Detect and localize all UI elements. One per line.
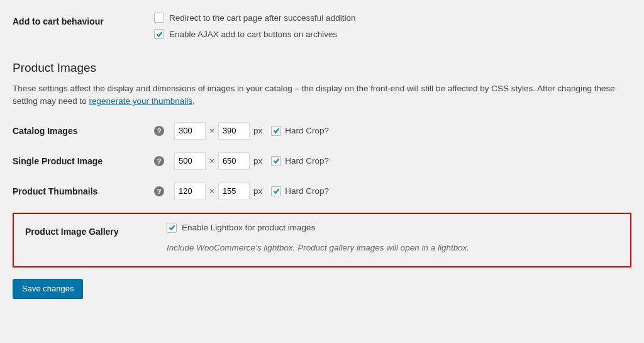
gallery-desc: Include WooCommerce's lightbox. Product … xyxy=(167,243,626,252)
redirect-option: Redirect to the cart page after successf… xyxy=(154,13,631,23)
ajax-option: Enable AJAX add to cart buttons on archi… xyxy=(154,29,631,39)
gallery-enable-option: Enable Lightbox for product images xyxy=(167,223,626,233)
gallery-row: Product Image Gallery Enable Lightbox fo… xyxy=(14,223,626,252)
product-images-desc: These settings affect the display and di… xyxy=(13,82,631,108)
times-icon: × xyxy=(209,126,214,135)
settings-form: Add to cart behaviour Redirect to the ca… xyxy=(13,13,631,298)
add-to-cart-fields: Redirect to the cart page after successf… xyxy=(154,13,631,45)
times-icon: × xyxy=(209,156,214,166)
gallery-highlight-box: Product Image Gallery Enable Lightbox fo… xyxy=(13,213,631,267)
help-icon[interactable]: ? xyxy=(154,186,164,196)
catalog-images-fields: ? × px Hard Crop? xyxy=(154,122,631,140)
single-product-label: Single Product Image xyxy=(13,152,154,166)
thumbs-crop-label: Hard Crop? xyxy=(285,186,329,196)
px-label: px xyxy=(253,186,262,196)
thumbnails-fields: ? × px Hard Crop? xyxy=(154,183,631,200)
save-button[interactable]: Save changes xyxy=(13,279,83,298)
single-height-input[interactable] xyxy=(218,152,250,170)
gallery-fields: Enable Lightbox for product images Inclu… xyxy=(167,223,626,252)
product-images-title: Product Images xyxy=(13,61,631,75)
add-to-cart-row: Add to cart behaviour Redirect to the ca… xyxy=(13,13,631,45)
catalog-crop-checkbox[interactable] xyxy=(271,126,281,136)
gallery-enable-text: Enable Lightbox for product images xyxy=(182,223,315,232)
thumbs-crop-checkbox[interactable] xyxy=(271,186,281,196)
help-icon[interactable]: ? xyxy=(154,156,164,166)
ajax-checkbox[interactable] xyxy=(154,29,164,39)
single-product-fields: ? × px Hard Crop? xyxy=(154,152,631,170)
help-icon[interactable]: ? xyxy=(154,126,164,136)
add-to-cart-label: Add to cart behaviour xyxy=(13,13,154,26)
desc-end: . xyxy=(192,96,195,106)
thumbnails-row: Product Thumbnails ? × px Hard Crop? xyxy=(13,183,631,200)
catalog-crop-label: Hard Crop? xyxy=(285,126,329,135)
px-label: px xyxy=(253,156,262,166)
single-crop-checkbox[interactable] xyxy=(271,156,281,166)
desc-mid: may need to xyxy=(38,96,89,106)
catalog-height-input[interactable] xyxy=(218,122,250,140)
times-icon: × xyxy=(209,186,214,196)
catalog-images-row: Catalog Images ? × px Hard Crop? xyxy=(13,122,631,140)
px-label: px xyxy=(253,126,262,135)
gallery-checkbox[interactable] xyxy=(167,223,177,233)
ajax-label-text: Enable AJAX add to cart buttons on archi… xyxy=(169,30,337,39)
redirect-checkbox[interactable] xyxy=(154,13,164,23)
gallery-label: Product Image Gallery xyxy=(14,223,167,237)
single-crop-label: Hard Crop? xyxy=(285,156,329,166)
catalog-dim-line: ? × px Hard Crop? xyxy=(154,122,631,140)
single-dim-line: ? × px Hard Crop? xyxy=(154,152,631,170)
regenerate-thumbnails-link[interactable]: regenerate your thumbnails xyxy=(89,96,192,106)
single-width-input[interactable] xyxy=(174,152,206,170)
thumbnails-label: Product Thumbnails xyxy=(13,183,154,196)
single-product-row: Single Product Image ? × px Hard Crop? xyxy=(13,152,631,170)
thumbs-width-input[interactable] xyxy=(174,183,206,200)
thumbs-height-input[interactable] xyxy=(218,183,250,200)
thumbs-dim-line: ? × px Hard Crop? xyxy=(154,183,631,200)
redirect-label-text: Redirect to the cart page after successf… xyxy=(169,13,355,23)
catalog-images-label: Catalog Images xyxy=(13,122,154,136)
catalog-width-input[interactable] xyxy=(174,122,206,140)
